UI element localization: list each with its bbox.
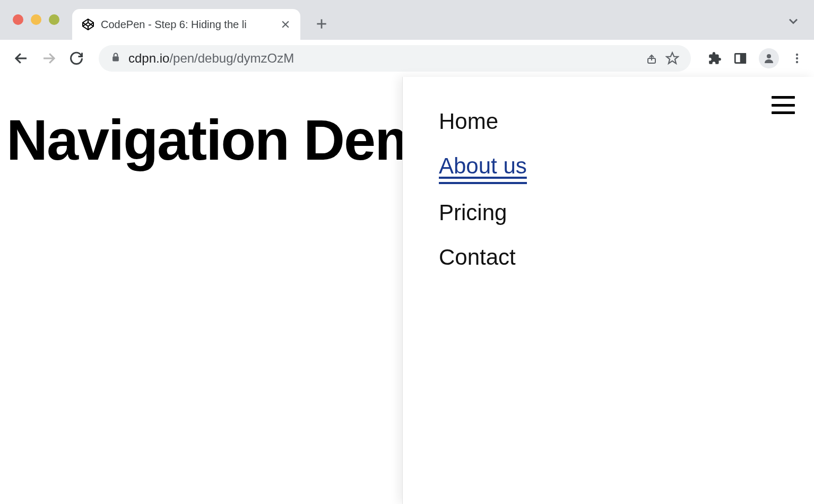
tab-title: CodePen - Step 6: Hiding the li (101, 19, 274, 31)
nav-list: Home About us Pricing Contact (439, 109, 778, 273)
back-button[interactable] (11, 48, 32, 69)
nav-item-pricing[interactable]: Pricing (439, 200, 507, 229)
codepen-icon (82, 18, 94, 31)
nav-panel: Home About us Pricing Contact (402, 77, 814, 504)
window-minimize-button[interactable] (31, 14, 41, 25)
menu-icon[interactable] (791, 52, 803, 65)
svg-marker-12 (666, 53, 678, 64)
svg-point-16 (796, 54, 798, 56)
svg-point-15 (767, 54, 771, 58)
svg-point-18 (796, 61, 798, 63)
profile-avatar[interactable] (759, 48, 779, 68)
svg-rect-14 (741, 54, 746, 63)
extensions-icon[interactable] (708, 51, 722, 65)
new-tab-button[interactable] (311, 13, 332, 34)
window-controls (13, 14, 59, 25)
side-panel-icon[interactable] (733, 51, 747, 65)
tabs-dropdown-button[interactable] (785, 13, 801, 29)
forward-button[interactable] (38, 48, 59, 69)
nav-item-contact[interactable]: Contact (439, 245, 516, 273)
url-domain: cdpn.io (128, 51, 169, 65)
browser-toolbar: cdpn.io/pen/debug/dymzOzM (0, 40, 814, 77)
browser-chrome: CodePen - Step 6: Hiding the li (0, 0, 814, 77)
nav-item-home[interactable]: Home (439, 109, 498, 137)
page-content: Navigation Demo Home About us Pricing Co… (0, 77, 814, 504)
share-icon[interactable] (645, 52, 658, 65)
nav-item-about[interactable]: About us (439, 153, 527, 184)
close-icon[interactable] (280, 19, 291, 30)
svg-rect-9 (112, 56, 119, 61)
svg-point-17 (796, 57, 798, 59)
lock-icon (110, 52, 121, 65)
window-close-button[interactable] (13, 14, 23, 25)
reload-button[interactable] (66, 48, 87, 69)
browser-tab[interactable]: CodePen - Step 6: Hiding the li (72, 9, 300, 40)
bookmark-icon[interactable] (665, 51, 679, 65)
window-maximize-button[interactable] (49, 14, 59, 25)
toolbar-right (708, 48, 803, 68)
url-text: cdpn.io/pen/debug/dymzOzM (128, 51, 638, 66)
address-bar[interactable]: cdpn.io/pen/debug/dymzOzM (99, 45, 691, 72)
url-path: /pen/debug/dymzOzM (169, 51, 294, 65)
tab-strip: CodePen - Step 6: Hiding the li (0, 0, 814, 40)
hamburger-icon[interactable] (772, 96, 795, 114)
